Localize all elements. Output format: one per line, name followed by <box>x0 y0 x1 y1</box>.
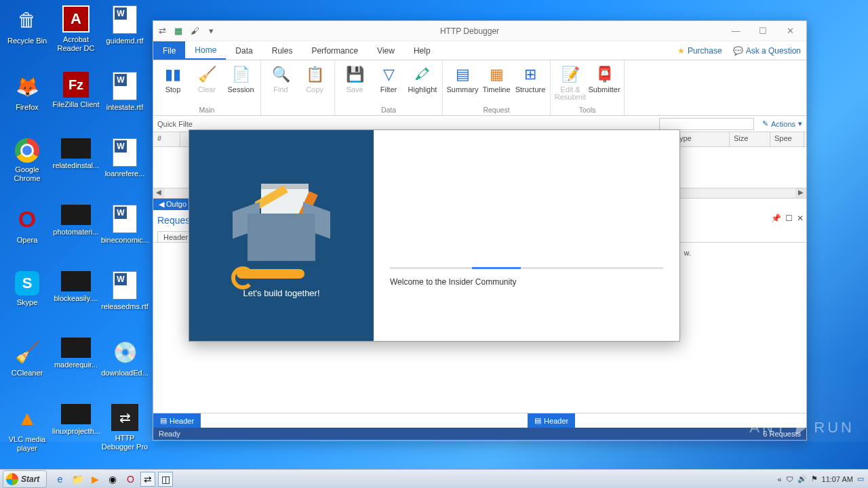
stop-button[interactable]: ▮▮Stop <box>157 63 189 106</box>
desktop-icon-vlc-media-player[interactable]: ▲VLC media player <box>3 401 52 468</box>
column-header[interactable]: Size <box>730 132 770 146</box>
ribbon-icon: ⊞ <box>520 64 540 85</box>
windows-orb-icon <box>6 473 18 485</box>
icon-label: bineconomic... <box>101 236 149 245</box>
dialog-welcome-text: Welcome to the Insider Community <box>390 277 663 287</box>
icon-label: Skype <box>17 298 38 307</box>
adobe-icon: A <box>62 5 90 33</box>
icon-label: CCleaner <box>12 369 43 378</box>
filter-button[interactable]: ▽Filter <box>373 63 404 106</box>
black-icon <box>61 404 91 424</box>
taskbar: Start e 📁 ▶ ◉ O ⇄ ◫ « 🛡 🔊 ⚑ 11:07 AM ▭ <box>0 469 868 488</box>
taskbar-httpdebugger-icon[interactable]: ⇄ <box>140 472 155 487</box>
dialog-tagline: Let's build together! <box>243 288 319 298</box>
tab-home[interactable]: Home <box>185 41 226 60</box>
desktop-icon-blockeasily-[interactable]: blockeasily.... <box>52 268 100 335</box>
ribbon-label: Summary <box>446 86 478 94</box>
tab-data[interactable]: Data <box>226 41 262 60</box>
maximize-button[interactable]: ☐ <box>749 24 776 39</box>
purchase-link[interactable]: ★Purchase <box>672 41 728 60</box>
app-icon: ⇄ <box>156 25 168 37</box>
desktop-icon-acrobat-reader-dc[interactable]: AAcrobat Reader DC <box>52 3 100 69</box>
tab-performance[interactable]: Performance <box>302 41 368 60</box>
submitter-button[interactable]: 📮Submitter <box>589 63 620 106</box>
desktop-icon-intestate-rtf[interactable]: intestate.rtf <box>100 69 149 136</box>
desktop-icon-downloaded-[interactable]: 💿downloadEd... <box>100 335 149 401</box>
outgoing-tab[interactable]: ◀ Outgo <box>153 199 192 210</box>
icon-label: guidemd.rtf <box>106 37 143 45</box>
header-tab-right[interactable]: ▤Header <box>528 413 575 428</box>
structure-button[interactable]: ⊞Structure <box>515 63 546 106</box>
desktop-icon-loanrefere-[interactable]: loanrefere... <box>100 136 149 202</box>
tray-expand-icon[interactable]: « <box>777 475 781 483</box>
summary-button[interactable]: ▤Summary <box>447 63 478 106</box>
tab-view[interactable]: View <box>368 41 404 60</box>
tray-volume-icon[interactable]: 🔊 <box>797 474 807 483</box>
minimize-button[interactable]: — <box>722 24 749 39</box>
taskbar-ie-icon[interactable]: e <box>52 472 67 487</box>
tray-desktop-icon[interactable]: ▭ <box>857 474 864 483</box>
desktop-icon-maderequir-[interactable]: maderequir... <box>52 335 100 401</box>
column-header[interactable]: # <box>153 132 180 146</box>
tab-rules[interactable]: Rules <box>262 41 302 60</box>
tray-flag-icon[interactable]: ⚑ <box>811 474 818 483</box>
desktop-icon-guidemd-rtf[interactable]: guidemd.rtf <box>100 3 149 69</box>
find-button: 🔍Find <box>265 63 296 114</box>
icon-label: Opera <box>17 236 38 245</box>
ribbon-icon: 💾 <box>344 64 365 85</box>
ribbon-label: Save <box>346 86 363 94</box>
close-panel-icon[interactable]: ✕ <box>797 214 804 223</box>
taskbar-dialog-icon[interactable]: ◫ <box>158 472 173 487</box>
header-tab-left[interactable]: ▤Header <box>153 413 201 428</box>
ribbon-icon: 📄 <box>231 64 251 85</box>
taskbar-chrome-icon[interactable]: ◉ <box>105 472 120 487</box>
maximize-panel-icon[interactable]: ☐ <box>785 214 793 223</box>
desktop-icon-linuxprojecth-[interactable]: linuxprojecth... <box>52 401 100 468</box>
start-button[interactable]: Start <box>3 470 47 488</box>
ask-question-link[interactable]: 💬Ask a Question <box>728 41 806 60</box>
desktop-icon-filezilla-client[interactable]: FzFileZilla Client <box>52 69 100 136</box>
actions-dropdown[interactable]: ✎ Actions ▾ <box>762 119 802 128</box>
chevron-down-icon: ▾ <box>798 119 802 128</box>
desktop-icon-google-chrome[interactable]: Google Chrome <box>3 136 52 202</box>
ribbon-group-label: Data <box>339 106 438 115</box>
desktop-icon-http-debugger-pro[interactable]: ⇄HTTP Debugger Pro <box>100 401 149 468</box>
desktop-icon-ccleaner[interactable]: 🧹CCleaner <box>3 335 52 401</box>
word-icon <box>113 72 137 100</box>
column-header[interactable]: Spee <box>770 132 804 146</box>
tray-shield-icon[interactable]: 🛡 <box>786 475 793 483</box>
close-button[interactable]: ✕ <box>776 24 804 39</box>
tray-clock[interactable]: 11:07 AM <box>822 475 853 483</box>
ribbon-icon: ▮▮ <box>163 64 183 85</box>
desktop-icon-opera[interactable]: OOpera <box>3 202 52 268</box>
word-icon <box>113 5 137 34</box>
desktop-icon-firefox[interactable]: 🦊Firefox <box>3 69 52 136</box>
desktop-icon-recycle-bin[interactable]: 🗑Recycle Bin <box>3 3 52 69</box>
taskbar-opera-icon[interactable]: O <box>123 472 138 487</box>
column-header[interactable]: ype <box>675 132 730 146</box>
icon-label: HTTP Debugger Pro <box>101 434 149 451</box>
taskbar-media-icon[interactable]: ▶ <box>87 472 102 487</box>
star-icon: ★ <box>677 46 685 56</box>
excel-icon[interactable]: ▦ <box>172 25 184 37</box>
taskbar-explorer-icon[interactable]: 📁 <box>70 472 85 487</box>
ribbon-icon: 📮 <box>594 64 614 85</box>
session-button[interactable]: 📄Session <box>225 63 256 106</box>
desktop-icon-photomateri-[interactable]: photomateri... <box>52 202 100 268</box>
brush-icon[interactable]: 🖌 <box>189 25 201 37</box>
desktop-icon-relatedinstal-[interactable]: relatedinstal... <box>52 136 100 202</box>
qat-dropdown-icon[interactable]: ▾ <box>205 25 217 37</box>
tab-help[interactable]: Help <box>404 41 440 60</box>
copy-button: 📋Copy <box>299 63 330 114</box>
timeline-button[interactable]: ▦Timeline <box>481 63 512 106</box>
truncated-text: w. <box>684 249 691 257</box>
desktop-icon-releasedms-rtf[interactable]: releasedms.rtf <box>100 268 149 335</box>
highlight-button[interactable]: 🖍Highlight <box>407 63 438 106</box>
icon-label: relatedinstal... <box>53 161 99 170</box>
pin-icon[interactable]: 📌 <box>771 214 781 223</box>
file-menu[interactable]: File <box>153 41 185 60</box>
desktop-icon-bineconomic-[interactable]: bineconomic... <box>100 202 149 268</box>
desktop-icon-skype[interactable]: SSkype <box>3 268 52 335</box>
icon-label: intestate.rtf <box>106 103 143 112</box>
search-input[interactable] <box>659 118 754 130</box>
